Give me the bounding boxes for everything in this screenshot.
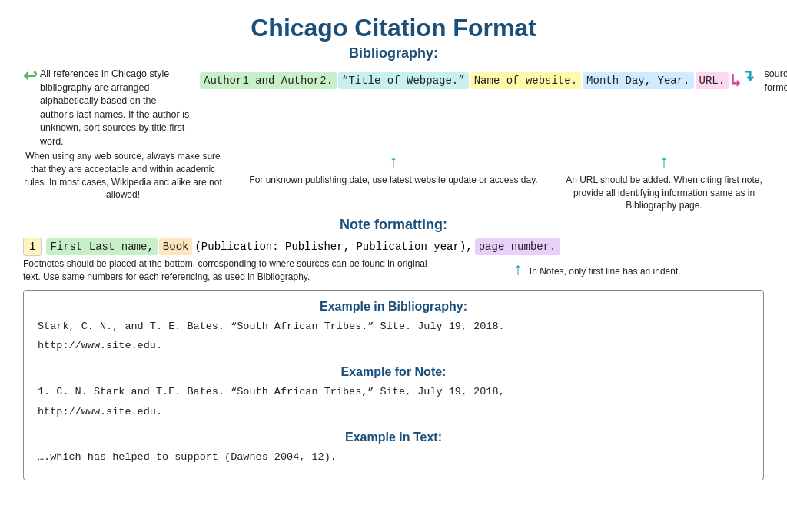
note-ann-left-text: Footnotes should be placed at the bottom… bbox=[23, 258, 427, 282]
note-ann-right: ↑ In Notes, only first line has an inden… bbox=[430, 258, 764, 284]
examples-box: Example in Bibliography: Stark, C. N., a… bbox=[23, 290, 764, 480]
bibliography-label: Bibliography: bbox=[23, 45, 764, 62]
note-ann-right-text: In Notes, only first line has an indent. bbox=[530, 266, 681, 277]
bibliography-section: Bibliography: ↩ All references in Chicag… bbox=[23, 45, 764, 212]
note-page: page number. bbox=[475, 238, 560, 255]
note-label: Note formatting: bbox=[23, 217, 764, 233]
note-book: Book bbox=[159, 238, 193, 255]
bib-below-right: ↑ An URL should be added. When citing fi… bbox=[564, 150, 764, 212]
pink-arrow-icon: ↳ bbox=[730, 69, 741, 91]
example-text-line1: ….which has helped to support (Dawnes 20… bbox=[38, 449, 749, 466]
example-bib-title: Example in Bibliography: bbox=[38, 300, 749, 314]
arrow-up-note-icon: ↑ bbox=[514, 259, 523, 278]
bib-annotation-row: ↩ All references in Chicago style biblio… bbox=[23, 66, 764, 148]
bib-left-note-text: All references in Chicago style bibliogr… bbox=[40, 68, 192, 148]
bib-right-note: ↴ sources should be formed alphabeticall… bbox=[742, 66, 787, 95]
example-text-title: Example in Text: bbox=[38, 431, 749, 444]
example-note-title: Example for Note: bbox=[38, 365, 749, 379]
bib-below-row: When using any web source, always make s… bbox=[23, 150, 764, 212]
bib-below-mid-text: For unknown publishing date, use latest … bbox=[249, 175, 537, 185]
arrow-up-mid-icon: ↑ bbox=[223, 150, 564, 174]
cite-author: Author1 and Author2. bbox=[200, 72, 337, 89]
cyan-arrow-right-icon: ↴ bbox=[742, 65, 755, 86]
note-annotations-row: Footnotes should be placed at the bottom… bbox=[23, 258, 764, 284]
bibliography-citation-line: Author1 and Author2. “Title of Webpage.”… bbox=[200, 69, 742, 91]
green-arrow-icon: ↩ bbox=[23, 65, 37, 88]
cite-title: “Title of Webpage.” bbox=[338, 72, 469, 89]
bib-right-note-text: sources should be formed alphabetically bbox=[765, 68, 787, 95]
arrow-up-right-icon: ↑ bbox=[564, 150, 764, 174]
example-note-line1: 1. C. N. Stark and T.E. Bates. “South Af… bbox=[38, 384, 749, 401]
bib-below-left-text: When using any web source, always make s… bbox=[24, 151, 221, 200]
note-section: Note formatting: 1 First Last name, Book… bbox=[23, 217, 764, 284]
bib-below-left: When using any web source, always make s… bbox=[23, 150, 223, 212]
page: Chicago Citation Format Bibliography: ↩ … bbox=[0, 0, 787, 496]
example-bib-line2: http://www.site.edu. bbox=[38, 337, 749, 354]
note-citation-line: 1 First Last name, Book (Publication: Pu… bbox=[23, 238, 764, 256]
note-publication: (Publication: Publisher, Publication yea… bbox=[194, 238, 473, 255]
example-note-line2: http://www.site.edu. bbox=[38, 404, 749, 421]
example-bib-line1: Stark, C. N., and T. E. Bates. “South Af… bbox=[38, 318, 749, 335]
note-author: First Last name, bbox=[46, 238, 157, 255]
cite-date: Month Day, Year. bbox=[583, 72, 693, 89]
cite-url: URL. bbox=[696, 72, 729, 89]
bib-below-mid: ↑ For unknown publishing date, use lates… bbox=[223, 150, 564, 212]
note-ann-left: Footnotes should be placed at the bottom… bbox=[23, 258, 430, 284]
bib-left-note: ↩ All references in Chicago style biblio… bbox=[23, 66, 200, 148]
cite-website: Name of website. bbox=[470, 72, 581, 89]
page-title: Chicago Citation Format bbox=[23, 14, 764, 42]
note-number: 1 bbox=[23, 238, 42, 256]
bib-below-right-text: An URL should be added. When citing firs… bbox=[566, 175, 762, 211]
